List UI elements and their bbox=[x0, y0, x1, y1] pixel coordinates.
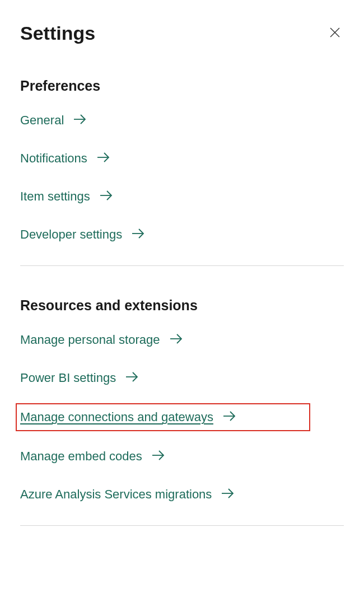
link-notifications[interactable]: Notifications bbox=[20, 151, 344, 166]
link-item-settings[interactable]: Item settings bbox=[20, 189, 344, 204]
section-title-preferences: Preferences bbox=[20, 78, 344, 94]
link-manage-embed-codes[interactable]: Manage embed codes bbox=[20, 449, 344, 464]
section-divider bbox=[20, 525, 344, 526]
link-label: Manage embed codes bbox=[20, 449, 142, 464]
link-developer-settings[interactable]: Developer settings bbox=[20, 227, 344, 242]
arrow-right-icon bbox=[169, 333, 184, 347]
link-azure-analysis-migrations[interactable]: Azure Analysis Services migrations bbox=[20, 487, 344, 502]
section-title-resources: Resources and extensions bbox=[20, 297, 344, 314]
link-label: Azure Analysis Services migrations bbox=[20, 487, 212, 502]
link-manage-connections-gateways[interactable]: Manage connections and gateways bbox=[16, 403, 310, 431]
arrow-right-icon bbox=[222, 410, 237, 424]
link-label: Notifications bbox=[20, 151, 87, 166]
settings-header: Settings bbox=[20, 22, 344, 44]
link-manage-personal-storage[interactable]: Manage personal storage bbox=[20, 333, 344, 347]
link-label: Developer settings bbox=[20, 227, 122, 242]
link-label: Manage personal storage bbox=[20, 333, 160, 347]
link-power-bi-settings[interactable]: Power BI settings bbox=[20, 371, 344, 385]
link-label: General bbox=[20, 113, 64, 128]
close-icon bbox=[328, 26, 342, 41]
page-title: Settings bbox=[20, 22, 95, 44]
arrow-right-icon bbox=[73, 113, 87, 128]
link-label: Item settings bbox=[20, 189, 90, 204]
arrow-right-icon bbox=[151, 449, 166, 464]
link-label: Manage connections and gateways bbox=[20, 410, 213, 424]
link-label: Power BI settings bbox=[20, 371, 116, 385]
arrow-right-icon bbox=[99, 189, 114, 204]
link-general[interactable]: General bbox=[20, 113, 344, 128]
arrow-right-icon bbox=[221, 487, 235, 502]
arrow-right-icon bbox=[96, 151, 111, 166]
section-divider bbox=[20, 265, 344, 266]
arrow-right-icon bbox=[125, 371, 139, 385]
arrow-right-icon bbox=[131, 227, 146, 242]
close-button[interactable] bbox=[326, 24, 344, 43]
